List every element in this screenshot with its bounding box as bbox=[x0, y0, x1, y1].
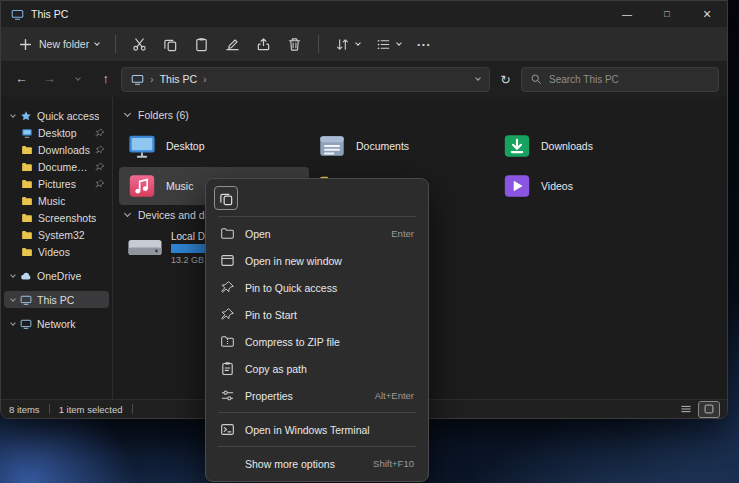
up-button[interactable]: ↑ bbox=[93, 67, 118, 91]
menu-item-pin-to-start[interactable]: Pin to Start bbox=[210, 301, 424, 328]
folders-section-header[interactable]: Folders (6) bbox=[125, 109, 727, 121]
menu-item-label: Pin to Quick access bbox=[245, 282, 404, 294]
scissors-icon bbox=[132, 37, 147, 52]
sidebar-item-documents[interactable]: Documents bbox=[4, 158, 109, 175]
sidebar-item-downloads[interactable]: Downloads bbox=[4, 141, 109, 158]
refresh-button[interactable]: ↻ bbox=[493, 67, 518, 91]
menu-item-icon-spacer bbox=[220, 456, 235, 471]
sidebar-group-gap bbox=[1, 284, 112, 291]
folder-name: Downloads bbox=[541, 140, 593, 152]
menu-item-pin-to-quick-access[interactable]: Pin to Quick access bbox=[210, 274, 424, 301]
sidebar-item-label: This PC bbox=[37, 294, 74, 306]
share-button[interactable] bbox=[249, 31, 278, 57]
folder-name: Videos bbox=[541, 180, 573, 192]
trash-icon bbox=[287, 37, 302, 52]
menu-item-compress-to-zip[interactable]: Compress to ZIP file bbox=[210, 328, 424, 355]
sidebar-item-this-pc[interactable]: This PC bbox=[4, 291, 109, 308]
menu-item-copy-as-path[interactable]: Copy as path bbox=[210, 355, 424, 382]
menu-item-label: Open bbox=[245, 228, 381, 240]
item-count: 8 items bbox=[9, 404, 40, 415]
menu-item-properties[interactable]: Properties Alt+Enter bbox=[210, 382, 424, 409]
cut-button[interactable] bbox=[125, 31, 154, 57]
delete-button[interactable] bbox=[280, 31, 309, 57]
sidebar-item-desktop[interactable]: Desktop bbox=[4, 124, 109, 141]
menu-item-label: Copy as path bbox=[245, 363, 404, 375]
breadcrumb-this-pc[interactable]: This PC bbox=[160, 73, 197, 85]
sidebar-item-label: Music bbox=[38, 195, 65, 207]
share-icon bbox=[256, 37, 271, 52]
this-pc-app-icon bbox=[11, 8, 24, 21]
new-folder-button[interactable]: New folder bbox=[11, 31, 106, 57]
breadcrumb-separator: › bbox=[203, 73, 207, 85]
search-input[interactable] bbox=[549, 74, 710, 85]
sidebar-item-music[interactable]: Music bbox=[4, 192, 109, 209]
title-bar[interactable]: This PC — □ × bbox=[1, 1, 727, 27]
documents-tile-icon bbox=[317, 131, 347, 161]
pin-icon bbox=[95, 162, 105, 172]
folder-name: Music bbox=[166, 180, 193, 192]
star-icon bbox=[20, 110, 32, 122]
folder-tile-documents[interactable]: Documents bbox=[309, 127, 494, 165]
sidebar-item-system32[interactable]: System32 bbox=[4, 226, 109, 243]
separator bbox=[218, 446, 416, 447]
folder-icon bbox=[21, 229, 33, 241]
sidebar-item-onedrive[interactable]: OneDrive bbox=[4, 267, 109, 284]
view-list-icon bbox=[376, 37, 391, 52]
folder-tile-downloads[interactable]: Downloads bbox=[494, 127, 684, 165]
menu-item-show-more-options[interactable]: Show more options Shift+F10 bbox=[210, 450, 424, 477]
sidebar-item-label: Documents bbox=[38, 161, 90, 173]
context-menu: Open Enter Open in new window Pin to Qui… bbox=[205, 178, 429, 482]
close-button[interactable]: × bbox=[687, 1, 727, 27]
sidebar-item-network[interactable]: Network bbox=[4, 315, 109, 332]
copy-button[interactable] bbox=[156, 31, 185, 57]
menu-item-label: Compress to ZIP file bbox=[245, 336, 404, 348]
sidebar-item-videos[interactable]: Videos bbox=[4, 243, 109, 260]
copy-icon bbox=[163, 37, 178, 52]
view-details-button[interactable] bbox=[676, 402, 696, 417]
chevron-down-icon[interactable] bbox=[10, 320, 16, 326]
forward-button[interactable]: → bbox=[37, 67, 62, 91]
sidebar-item-label: OneDrive bbox=[37, 270, 81, 282]
chevron-down-icon[interactable] bbox=[124, 110, 131, 117]
rename-button[interactable] bbox=[218, 31, 247, 57]
sidebar-item-quick-access[interactable]: Quick access bbox=[4, 107, 109, 124]
quick-copy-button[interactable] bbox=[214, 186, 238, 210]
sort-button[interactable] bbox=[328, 31, 367, 57]
forward-icon: → bbox=[43, 72, 56, 86]
menu-item-label: Show more options bbox=[245, 458, 363, 470]
chevron-down-icon[interactable] bbox=[10, 272, 16, 278]
view-button[interactable] bbox=[369, 31, 408, 57]
folder-open-icon bbox=[220, 226, 235, 241]
sidebar-item-screenshots[interactable]: Screenshots bbox=[4, 209, 109, 226]
view-large-icons-button[interactable] bbox=[699, 402, 719, 417]
chevron-down-icon bbox=[396, 40, 402, 46]
sidebar-item-pictures[interactable]: Pictures bbox=[4, 175, 109, 192]
sidebar-group-gap bbox=[1, 308, 112, 315]
window-controls: — □ × bbox=[607, 1, 727, 27]
menu-item-open-in-windows-terminal[interactable]: Open in Windows Terminal bbox=[210, 416, 424, 443]
menu-item-open-in-new-window[interactable]: Open in new window bbox=[210, 247, 424, 274]
hard-drive-icon bbox=[127, 234, 163, 262]
address-bar[interactable]: › This PC › bbox=[121, 67, 490, 92]
address-dropdown-chevron-icon[interactable] bbox=[475, 75, 481, 81]
monitor-icon bbox=[131, 73, 144, 86]
sidebar-item-label: Network bbox=[37, 318, 76, 330]
music-tile-icon bbox=[127, 171, 157, 201]
recent-locations-button[interactable] bbox=[65, 67, 90, 91]
chevron-down-icon[interactable] bbox=[124, 210, 131, 217]
back-button[interactable]: ← bbox=[9, 67, 34, 91]
chevron-down-icon[interactable] bbox=[10, 296, 16, 302]
paste-button[interactable] bbox=[187, 31, 216, 57]
menu-item-open[interactable]: Open Enter bbox=[210, 220, 424, 247]
folder-tile-videos[interactable]: Videos bbox=[494, 167, 684, 205]
ellipsis-icon: ••• bbox=[417, 40, 431, 49]
see-more-button[interactable]: ••• bbox=[410, 31, 438, 57]
search-box[interactable] bbox=[521, 67, 719, 92]
folders-section-label: Folders (6) bbox=[138, 109, 189, 121]
pin-icon bbox=[95, 179, 105, 189]
chevron-down-icon[interactable] bbox=[10, 112, 16, 118]
folder-tile-desktop[interactable]: Desktop bbox=[119, 127, 309, 165]
maximize-button[interactable]: □ bbox=[647, 1, 687, 27]
minimize-button[interactable]: — bbox=[607, 1, 647, 27]
menu-item-label: Open in Windows Terminal bbox=[245, 424, 404, 436]
